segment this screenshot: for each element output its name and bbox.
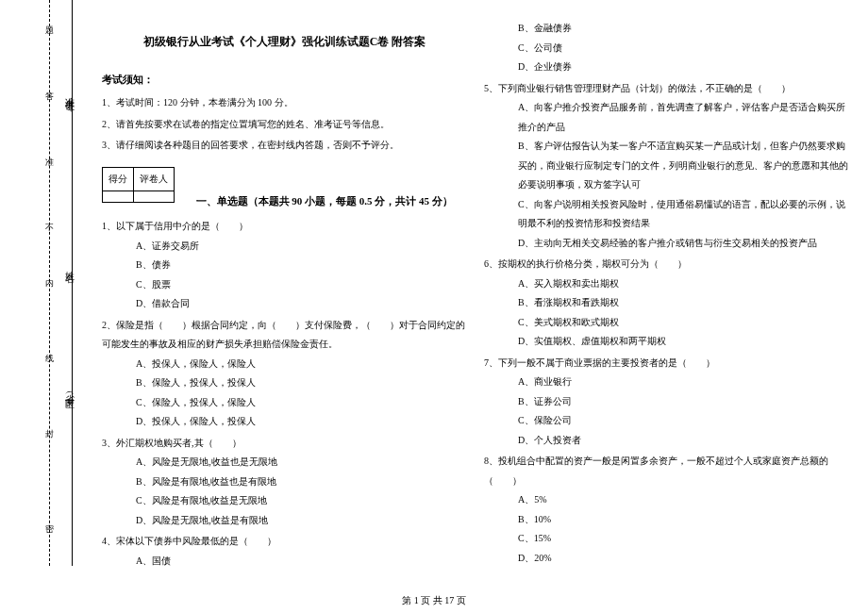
underline	[72, 100, 73, 152]
q5-option-c: C、向客户说明相关投资风险时，使用通俗易懂试的语言，配以必要的示例，说明最不利的…	[484, 195, 849, 234]
score-cell-label-1: 得分	[103, 167, 134, 191]
field-admission-label: 准考证号	[64, 90, 75, 97]
q5-option-d: D、主动向无相关交易经验的客户推介或销售与衍生交易相关的投资产品	[484, 234, 849, 254]
seal-char-6: 准	[43, 151, 56, 155]
q1-option-c: C、股票	[102, 275, 467, 295]
q7-option-a: A、商业银行	[484, 373, 849, 392]
instruction-1: 1、考试时间：120 分钟，本卷满分为 100 分。	[102, 93, 467, 113]
q8-option-a: A、5%	[484, 490, 849, 510]
section-header-row: 得分 评卷人 一、单选题（本题共 90 小题，每题 0.5 分，共计 45 分）	[102, 161, 467, 211]
q4-option-d: D、企业债券	[484, 58, 849, 77]
score-cell-blank-1	[103, 191, 134, 203]
q8-option-b: B、10%	[484, 510, 849, 530]
q4-option-c: C、公司债	[484, 39, 849, 58]
q3-option-a: A、风险是无限地,收益也是无限地	[102, 453, 467, 472]
q7-option-b: B、证券公司	[484, 392, 849, 412]
q7-option-d: D、个人投资者	[484, 431, 849, 451]
section-1-title: 一、单选题（本题共 90 小题，每题 0.5 分，共计 45 分）	[196, 191, 453, 212]
q1-option-d: D、借款合同	[102, 294, 467, 314]
q3-option-d: D、风险是无限地,收益是有限地	[102, 511, 467, 531]
q4-option-a: A、国债	[102, 552, 467, 572]
field-province: 省（市区）	[62, 387, 75, 454]
seal-char-8: 题	[43, 19, 56, 23]
q3-option-b: B、风险是有限地,收益也是有限地	[102, 472, 467, 492]
question-5: 5、下列商业银行销售管理理财产品（计划）的做法，不正确的是（ ）	[484, 79, 849, 99]
q1-option-a: A、证券交易所	[102, 237, 467, 257]
score-table: 得分 评卷人	[102, 167, 175, 204]
q3-option-c: C、风险是有限地,收益是无限地	[102, 491, 467, 511]
score-cell-label-2: 评卷人	[134, 167, 175, 191]
underline	[72, 399, 73, 451]
question-7: 7、下列一般不属于商业票据的主要投资者的是（ ）	[484, 354, 849, 373]
instruction-3: 3、请仔细阅读各种题目的回答要求，在密封线内答题，否则不予评分。	[102, 136, 467, 156]
q8-option-d: D、20%	[484, 549, 849, 569]
seal-char-3: 线	[43, 347, 56, 351]
seal-char-7: 答	[43, 85, 56, 89]
q2-option-c: C、保险人，投保人，保险人	[102, 393, 467, 413]
q8-option-c: C、15%	[484, 529, 849, 549]
content-area: 初级银行从业考试《个人理财》强化训练试题C卷 附答案 考试须知： 1、考试时间：…	[102, 19, 849, 585]
q6-option-a: A、买入期权和卖出期权	[484, 274, 849, 294]
column-right: B、金融债券 C、公司债 D、企业债券 5、下列商业银行销售管理理财产品（计划）…	[484, 19, 849, 585]
seal-char-5: 不	[43, 217, 56, 221]
question-4: 4、宋体以下债券中风险最低的是（ ）	[102, 532, 467, 552]
seal-char-4: 内	[43, 272, 56, 275]
column-left: 初级银行从业考试《个人理财》强化训练试题C卷 附答案 考试须知： 1、考试时间：…	[102, 19, 467, 585]
q4-option-b: B、金融债券	[484, 19, 849, 39]
q2-option-a: A、投保人，保险人，保险人	[102, 355, 467, 374]
question-8: 8、投机组合中配置的资产一般是闲置多余资产，一般不超过个人或家庭资产总额的（ ）	[484, 452, 849, 490]
q2-option-b: B、保险人，投保人，投保人	[102, 373, 467, 393]
q1-option-b: B、债券	[102, 256, 467, 275]
q6-option-d: D、实值期权、虚值期权和两平期权	[484, 332, 849, 352]
seal-char-2: 封	[43, 422, 56, 426]
notice-heading: 考试须知：	[102, 69, 467, 91]
seal-char-1: 密	[43, 517, 56, 521]
field-name: 姓名	[62, 264, 75, 325]
instruction-2: 2、请首先按要求在试卷的指定位置填写您的姓名、准考证号等信息。	[102, 115, 467, 135]
field-admission: 准考证号	[62, 90, 75, 155]
question-2: 2、保险是指（ ）根据合同约定，向（ ）支付保险费，（ ）对于合同约定的可能发生…	[102, 316, 467, 355]
q2-option-d: D、投保人，保险人，投保人	[102, 412, 467, 432]
question-6: 6、按期权的执行价格分类，期权可分为（ ）	[484, 255, 849, 274]
q6-option-b: B、看涨期权和看跌期权	[484, 293, 849, 313]
q7-option-c: C、保险公司	[484, 411, 849, 431]
exam-title: 初级银行从业考试《个人理财》强化训练试题C卷 附答案	[102, 30, 467, 54]
q5-option-a: A、向客户推介投资产品服务前，首先调查了解客户，评估客户是否适合购买所推介的产品	[484, 98, 849, 137]
field-name-label: 姓名	[64, 264, 75, 268]
page-footer: 第 1 页 共 17 页	[0, 594, 868, 607]
q5-option-b: B、客户评估报告认为某一客户不适宜购买某一产品或计划，但客户仍然要求购买的，商业…	[484, 137, 849, 195]
question-3: 3、外汇期权地购买者,其（ ）	[102, 434, 467, 454]
score-cell-blank-2	[134, 191, 175, 203]
binding-margin: 密 封 线 内 不 准 答 题 省（市区） 姓名 准考证号	[34, 0, 91, 575]
underline	[72, 271, 73, 323]
exam-page: 密 封 线 内 不 准 答 题 省（市区） 姓名 准考证号 初级银行从业考试《个…	[0, 0, 868, 613]
question-1: 1、以下属于信用中介的是（ ）	[102, 217, 467, 237]
q6-option-c: C、美式期权和欧式期权	[484, 313, 849, 333]
field-province-label: 省（市区）	[64, 387, 75, 396]
